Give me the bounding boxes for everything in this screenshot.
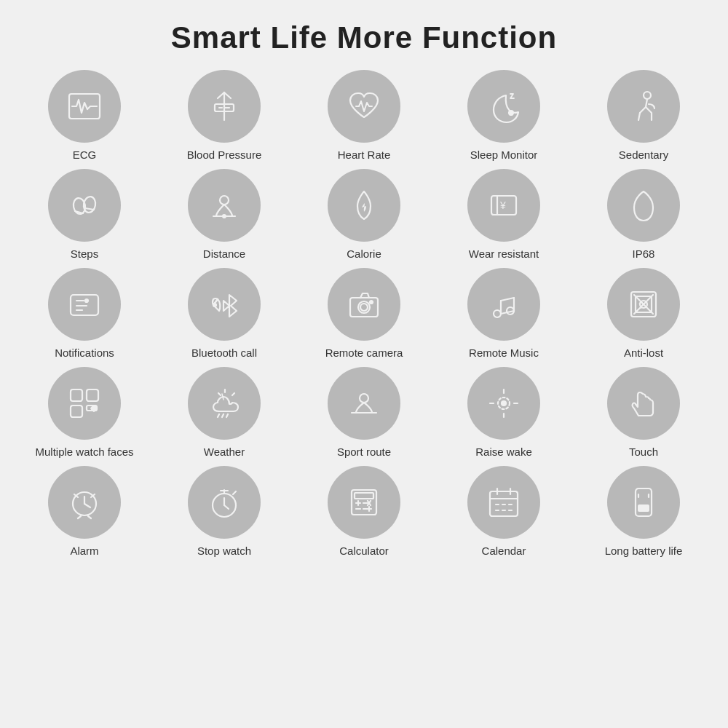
distance-icon	[188, 169, 261, 242]
battery-icon	[607, 466, 680, 539]
feature-label-remote-camera: Remote camera	[325, 347, 403, 360]
svg-rect-90	[636, 488, 652, 516]
svg-point-27	[360, 304, 368, 311]
feature-item-raise-wake: Raise wake	[434, 367, 574, 459]
svg-text:?: ?	[638, 300, 644, 311]
svg-line-58	[84, 504, 90, 507]
feature-label-alarm: Alarm	[70, 545, 98, 558]
calendar-icon	[467, 466, 540, 539]
svg-line-65	[224, 505, 229, 509]
feature-item-touch: Touch	[574, 367, 713, 459]
raise-wake-icon	[467, 367, 540, 440]
watch-faces-icon	[48, 367, 121, 440]
feature-label-blood-pressure: Blood Pressure	[187, 149, 262, 162]
ecg-icon	[48, 70, 121, 143]
remote-music-icon	[467, 268, 540, 341]
feature-item-wear-resistant: ¥Wear resistant	[434, 169, 574, 261]
svg-text:¥: ¥	[499, 199, 506, 211]
svg-line-34	[501, 298, 514, 301]
feature-item-calculator: Calculator	[294, 466, 434, 558]
sleep-monitor-icon	[467, 70, 540, 143]
svg-line-2	[218, 92, 224, 98]
feature-item-distance: Distance	[154, 169, 294, 261]
feature-label-weather: Weather	[204, 446, 245, 459]
svg-line-12	[85, 208, 94, 210]
feature-label-steps: Steps	[71, 248, 98, 261]
feature-item-steps: Steps	[15, 169, 154, 261]
feature-label-remote-music: Remote Music	[469, 347, 539, 360]
feature-item-ecg: ECG	[15, 70, 154, 162]
svg-line-46	[218, 414, 219, 417]
feature-item-calendar: Calendar	[434, 466, 574, 558]
features-grid: ECGBlood PressureHeart RateSleep Monitor…	[7, 70, 721, 565]
svg-rect-39	[71, 389, 82, 401]
svg-line-62	[88, 516, 91, 518]
svg-line-45	[226, 414, 228, 417]
notifications-icon	[48, 268, 121, 341]
feature-item-sleep-monitor: Sleep Monitor	[434, 70, 574, 162]
steps-icon	[48, 169, 121, 242]
feature-label-ecg: ECG	[73, 149, 97, 162]
blood-pressure-icon	[188, 70, 261, 143]
feature-item-weather: Weather	[154, 367, 294, 459]
feature-item-calorie: Calorie	[294, 169, 434, 261]
svg-point-28	[370, 301, 373, 304]
svg-point-7	[509, 111, 513, 115]
feature-item-sport-route: Sport route	[294, 367, 434, 459]
feature-item-anti-lost: ?Anti-lost	[574, 268, 713, 360]
anti-lost-icon: ?	[607, 268, 680, 341]
touch-icon	[607, 367, 680, 440]
feature-label-calculator: Calculator	[339, 545, 389, 558]
feature-label-raise-wake: Raise wake	[475, 446, 532, 459]
feature-item-battery: Long battery life	[574, 466, 713, 558]
svg-point-48	[360, 394, 368, 403]
ip68-icon	[607, 169, 680, 242]
svg-point-55	[502, 401, 506, 405]
svg-point-15	[223, 215, 226, 218]
heart-rate-icon	[328, 70, 400, 143]
feature-label-stopwatch: Stop watch	[197, 545, 251, 558]
feature-item-blood-pressure: Blood Pressure	[154, 70, 294, 162]
svg-point-13	[220, 196, 229, 205]
svg-line-61	[78, 516, 81, 518]
feature-item-ip68: IP68	[574, 169, 713, 261]
alarm-icon	[48, 466, 121, 539]
page-title: Smart Life More Function	[171, 20, 557, 55]
svg-point-8	[644, 92, 651, 99]
feature-label-heart-rate: Heart Rate	[338, 149, 391, 162]
svg-point-21	[85, 299, 88, 302]
feature-item-notifications: Notifications	[15, 268, 154, 360]
svg-rect-25	[350, 298, 378, 317]
stopwatch-icon	[188, 466, 261, 539]
feature-item-heart-rate: Heart Rate	[294, 70, 434, 162]
svg-line-68	[233, 491, 236, 494]
feature-label-watch-faces: Multiple watch faces	[35, 446, 133, 459]
feature-label-distance: Distance	[203, 248, 245, 261]
svg-point-29	[494, 310, 501, 317]
feature-item-stopwatch: Stop watch	[154, 466, 294, 558]
svg-line-47	[218, 393, 221, 395]
svg-line-44	[222, 414, 223, 417]
feature-label-sport-route: Sport route	[337, 446, 391, 459]
svg-rect-94	[638, 505, 649, 512]
feature-label-bluetooth-call: Bluetooth call	[191, 347, 257, 360]
feature-label-calendar: Calendar	[482, 545, 526, 558]
feature-item-bluetooth-call: Bluetooth call	[154, 268, 294, 360]
feature-label-ip68: IP68	[633, 248, 655, 261]
svg-rect-40	[87, 389, 98, 401]
sport-route-icon	[328, 367, 400, 440]
feature-item-remote-camera: Remote camera	[294, 268, 434, 360]
svg-rect-41	[71, 405, 82, 417]
feature-label-sleep-monitor: Sleep Monitor	[470, 149, 538, 162]
feature-item-sedentary: Sedentary	[574, 70, 713, 162]
svg-rect-70	[355, 493, 373, 499]
feature-item-alarm: Alarm	[15, 466, 154, 558]
weather-icon	[188, 367, 261, 440]
svg-point-24	[213, 304, 216, 306]
feature-label-anti-lost: Anti-lost	[624, 347, 663, 360]
bluetooth-call-icon	[188, 268, 261, 341]
feature-label-calorie: Calorie	[347, 248, 381, 261]
calculator-icon	[328, 466, 400, 539]
sedentary-icon	[607, 70, 680, 143]
feature-label-wear-resistant: Wear resistant	[469, 248, 539, 261]
